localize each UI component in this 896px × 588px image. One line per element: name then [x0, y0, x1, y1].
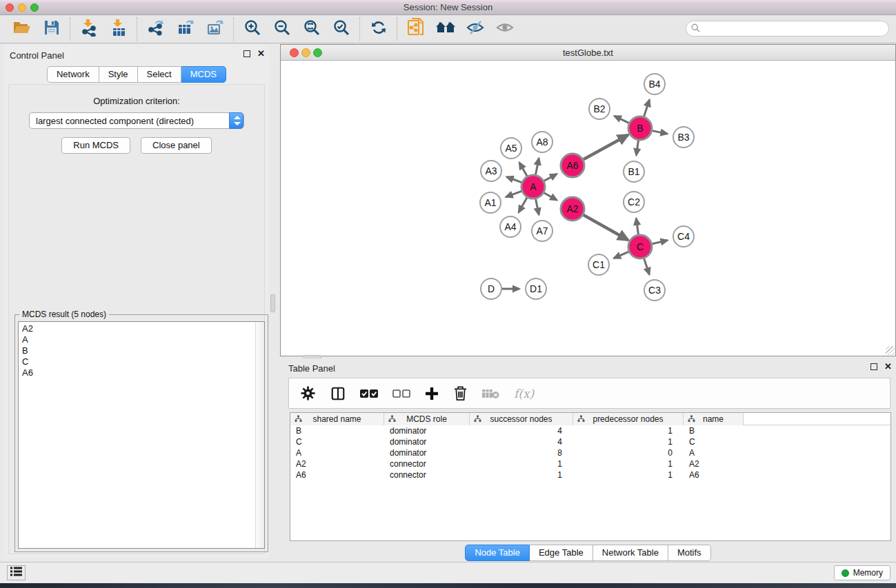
- export-network-icon: [147, 19, 165, 39]
- edge-A-A3[interactable]: [507, 177, 522, 183]
- zoom-selected-icon: [332, 19, 350, 39]
- network-canvas[interactable]: B4B2BB3A8A5A6A3B1AA1C2A2A4A7C4CC1C3DD1: [281, 61, 895, 356]
- edge-C-C2[interactable]: [636, 219, 638, 234]
- close-panel-button[interactable]: Close panel: [141, 137, 212, 154]
- table-row[interactable]: A6connector11A6: [290, 469, 890, 480]
- zoom-in-button[interactable]: [237, 17, 267, 41]
- column-header-shared-name[interactable]: shared name: [290, 413, 384, 425]
- table-cell: 1: [573, 469, 684, 480]
- float-panel-icon[interactable]: [243, 50, 250, 57]
- resize-grip-icon[interactable]: [886, 346, 895, 355]
- eye-slash-button[interactable]: [460, 17, 490, 41]
- settings-gear-icon[interactable]: [300, 385, 316, 401]
- node-label-B1: B1: [628, 166, 639, 177]
- table-row[interactable]: Adominator80A: [290, 447, 890, 458]
- edge-A-A4[interactable]: [519, 198, 527, 213]
- criterion-dropdown[interactable]: largest connected component (directed): [29, 112, 244, 129]
- edge-A-A6[interactable]: [544, 174, 557, 181]
- zoom-out-button[interactable]: [267, 17, 297, 41]
- zoom-selected-button[interactable]: [326, 17, 356, 41]
- node-table[interactable]: shared nameMCDS rolesuccessor nodesprede…: [290, 412, 891, 541]
- edge-A-A8[interactable]: [536, 159, 539, 175]
- export-network-button[interactable]: [141, 17, 170, 41]
- node-label-C1: C1: [593, 259, 605, 270]
- edge-A-A5[interactable]: [519, 163, 527, 176]
- tab-select[interactable]: Select: [138, 66, 181, 83]
- network-window-titlebar[interactable]: testGlobe.txt: [281, 45, 895, 61]
- edge-A-A2[interactable]: [544, 193, 557, 201]
- import-table-button[interactable]: [103, 17, 133, 41]
- edge-B-B1[interactable]: [636, 141, 638, 155]
- vertical-split-handle[interactable]: [270, 294, 275, 312]
- mcds-result-list[interactable]: A2ABCA6: [18, 321, 265, 549]
- table-cell: connector: [384, 469, 470, 480]
- node-label-A5: A5: [505, 143, 517, 154]
- column-header-MCDS-role[interactable]: MCDS role: [384, 413, 470, 425]
- tab-edge-table[interactable]: Edge Table: [530, 545, 593, 561]
- mcds-result-groupbox: MCDS result (5 nodes) A2ABCA6: [14, 314, 268, 552]
- edge-B-B4[interactable]: [644, 100, 650, 116]
- edge-B-B3[interactable]: [653, 131, 668, 134]
- eye-button[interactable]: [490, 17, 519, 41]
- tab-network-table[interactable]: Network Table: [593, 545, 668, 561]
- table-row[interactable]: Cdominator41C: [290, 436, 890, 447]
- mcds-panel: Optimization criterion: largest connecte…: [8, 84, 265, 554]
- open-session-button[interactable]: [7, 17, 37, 41]
- result-item[interactable]: A6: [22, 367, 264, 378]
- window-titlebar: Session: New Session: [0, 0, 896, 15]
- edge-B-B2[interactable]: [615, 116, 629, 123]
- result-item[interactable]: A2: [22, 323, 264, 334]
- delete-table-icon[interactable]: [482, 388, 499, 399]
- import-network-button[interactable]: [74, 17, 103, 41]
- column-header-successor-nodes[interactable]: successor nodes: [470, 413, 573, 425]
- function-builder-icon[interactable]: f(x): [514, 387, 534, 401]
- edge-A6-B[interactable]: [584, 135, 628, 160]
- table-cell: 1: [470, 458, 573, 469]
- table-row[interactable]: A2connector11A2: [290, 458, 890, 469]
- add-column-icon[interactable]: [425, 387, 439, 401]
- network-window-title: testGlobe.txt: [281, 48, 895, 58]
- result-scrollbar[interactable]: [255, 322, 264, 548]
- search-input[interactable]: [704, 23, 888, 34]
- tab-mcds[interactable]: MCDS: [181, 66, 226, 83]
- result-item[interactable]: A: [22, 334, 264, 345]
- export-image-button[interactable]: [200, 17, 230, 41]
- tab-motifs[interactable]: Motifs: [668, 545, 711, 561]
- search-box[interactable]: [686, 21, 889, 37]
- show-columns-icon[interactable]: [330, 386, 346, 401]
- column-header-predecessor-nodes[interactable]: predecessor nodes: [573, 413, 684, 425]
- tab-node-table[interactable]: Node Table: [465, 545, 530, 561]
- delete-trash-icon[interactable]: [453, 385, 468, 401]
- list-icon: [10, 567, 22, 579]
- export-table-button[interactable]: [170, 17, 200, 41]
- eye-icon: [495, 19, 515, 39]
- tab-network[interactable]: Network: [47, 66, 99, 83]
- deselect-all-icon[interactable]: [392, 389, 410, 398]
- edge-C-C1[interactable]: [614, 252, 629, 258]
- memory-button[interactable]: Memory: [834, 565, 890, 580]
- result-item[interactable]: C: [22, 356, 264, 367]
- result-item[interactable]: B: [22, 345, 264, 356]
- select-all-icon[interactable]: [360, 389, 378, 398]
- table-row[interactable]: Bdominator41B: [290, 425, 890, 436]
- edge-A-A7[interactable]: [536, 199, 539, 215]
- edge-C-C4[interactable]: [653, 241, 668, 244]
- toolbar-separator: [137, 17, 137, 41]
- save-session-button[interactable]: [37, 17, 66, 41]
- close-panel-icon[interactable]: ✕: [257, 50, 265, 57]
- task-history-button[interactable]: [7, 565, 26, 580]
- run-mcds-button[interactable]: Run MCDS: [61, 137, 130, 154]
- document-network-button[interactable]: [401, 17, 430, 41]
- edge-A2-C[interactable]: [584, 215, 628, 240]
- close-table-panel-icon[interactable]: ✕: [884, 363, 892, 370]
- column-header-name[interactable]: name: [684, 413, 744, 425]
- homes-button[interactable]: [430, 17, 460, 41]
- tab-style[interactable]: Style: [99, 66, 138, 83]
- edge-A-A1[interactable]: [506, 191, 522, 196]
- edge-C-C3[interactable]: [644, 258, 650, 274]
- refresh-button[interactable]: [364, 17, 393, 41]
- main-area: Control Panel ✕ NetworkStyleSelectMCDS O…: [0, 43, 896, 562]
- zoom-fit-button[interactable]: [297, 17, 326, 41]
- node-label-A1: A1: [484, 197, 496, 208]
- float-table-panel-icon[interactable]: [870, 363, 877, 370]
